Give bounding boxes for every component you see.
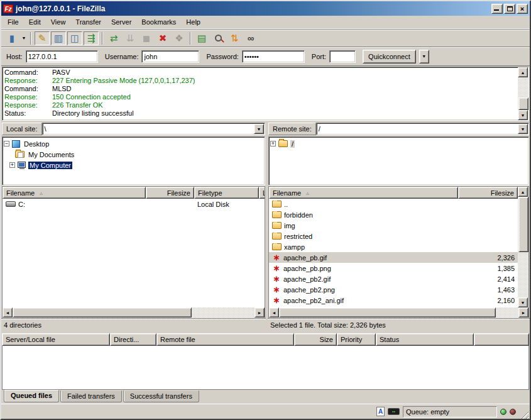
tree-item-root[interactable]: + / <box>270 138 527 149</box>
disconnect-icon[interactable]: ✖ <box>155 31 170 45</box>
remote-site-dropdown-icon[interactable]: ▼ <box>518 124 528 134</box>
local-status-bar: 4 directories <box>1 318 266 331</box>
file-row[interactable]: ∗apache_pb2.gif 2,414 <box>269 274 518 284</box>
file-row[interactable]: restricted <box>269 231 518 241</box>
tab-successful-transfers[interactable]: Successful transfers <box>123 390 199 402</box>
file-row[interactable]: xampp <box>269 241 518 252</box>
column-header-filetype[interactable]: Filetype <box>194 187 259 199</box>
speed-limit-icon[interactable]: ▪▪ <box>388 408 400 415</box>
local-site-dropdown-icon[interactable]: ▼ <box>254 124 264 134</box>
column-header-status[interactable]: Status <box>376 333 474 346</box>
tree-item-desktop[interactable]: − Desktop <box>4 138 263 149</box>
menu-edit[interactable]: Edit <box>24 17 46 27</box>
menu-help[interactable]: Help <box>181 17 205 27</box>
scroll-right-icon[interactable]: ► <box>518 307 528 318</box>
tab-failed-transfers[interactable]: Failed transfers <box>60 390 122 402</box>
minimize-button[interactable] <box>491 4 503 14</box>
file-name: apache_pb.png <box>283 265 331 272</box>
toggle-queue-icon[interactable]: ⇶ <box>84 31 99 45</box>
synchronized-browsing-icon[interactable]: ⇅ <box>227 31 242 45</box>
host-input[interactable] <box>26 50 98 63</box>
site-manager-dropdown-icon[interactable]: ▼ <box>20 31 28 45</box>
local-list-header: Filename▵ Filesize Filetype L <box>3 187 265 199</box>
collapse-icon[interactable]: − <box>4 141 9 146</box>
file-row[interactable]: forbidden <box>269 209 518 220</box>
remote-hscrollbar[interactable]: ◄ ► <box>268 307 529 318</box>
local-hscrollbar[interactable]: ◄ ► <box>2 307 265 318</box>
menu-transfer[interactable]: Transfer <box>70 17 106 27</box>
menu-file[interactable]: File <box>3 17 24 27</box>
remote-tree: + / <box>268 136 529 185</box>
find-files-icon[interactable]: ∞ <box>243 31 258 45</box>
process-queue-icon[interactable]: ⇊ <box>123 31 138 45</box>
expand-icon[interactable]: + <box>270 141 276 146</box>
scroll-left-icon[interactable]: ◄ <box>269 307 279 318</box>
resize-grip[interactable] <box>519 409 528 419</box>
column-header-remote-file[interactable]: Remote file <box>156 333 294 346</box>
column-header-filename[interactable]: Filename▵ <box>269 187 458 199</box>
menu-bookmarks[interactable]: Bookmarks <box>136 17 181 27</box>
expand-icon[interactable]: + <box>9 162 15 168</box>
column-header-direction[interactable]: Directi... <box>110 333 156 346</box>
local-site-combo[interactable]: \ ▼ <box>42 123 265 135</box>
file-row-selected[interactable]: ∗apache_pb.gif 2,326 <box>269 252 518 263</box>
remote-site-combo[interactable]: / ▼ <box>316 123 529 135</box>
menu-server[interactable]: Server <box>106 17 136 27</box>
scroll-left-icon[interactable]: ◄ <box>3 307 13 318</box>
maximize-button[interactable] <box>504 4 515 14</box>
tree-item-my-documents[interactable]: My Documents <box>4 149 263 160</box>
column-header-size[interactable]: Size <box>294 333 337 346</box>
remote-vscrollbar[interactable]: ▲ ▼ <box>518 187 528 307</box>
app-icon: Fz <box>3 4 13 13</box>
toggle-log-icon[interactable]: ✎ <box>35 31 50 45</box>
file-row[interactable]: img <box>269 220 518 231</box>
column-header-last-modified[interactable]: L <box>259 187 265 199</box>
remote-hscrollbar-thumb[interactable] <box>279 307 496 318</box>
send-indicator-icon <box>510 409 516 415</box>
column-header-priority[interactable]: Priority <box>337 333 376 346</box>
reconnect-icon[interactable]: ❖ <box>172 31 187 45</box>
filter-icon[interactable] <box>211 31 226 45</box>
transfer-type-icon[interactable]: A <box>376 407 385 416</box>
tree-item-my-computer[interactable]: + My Computer <box>4 160 263 170</box>
password-input[interactable] <box>242 50 305 63</box>
toggle-local-tree-icon[interactable]: ▥ <box>51 31 66 45</box>
quickconnect-button[interactable]: Quickconnect <box>363 50 416 64</box>
remote-vscrollbar-thumb[interactable] <box>518 197 528 252</box>
file-row-c-drive[interactable]: C: Local Disk <box>3 199 265 209</box>
queue-list[interactable] <box>2 346 529 390</box>
column-header-filesize[interactable]: Filesize <box>146 187 194 199</box>
host-label: Host: <box>6 53 23 60</box>
column-header-filename[interactable]: Filename▵ <box>3 187 146 199</box>
scroll-up-icon[interactable]: ▲ <box>518 187 528 197</box>
cancel-icon[interactable]: ◼ <box>139 31 154 45</box>
directory-comparison-icon[interactable]: ▤ <box>194 31 209 45</box>
file-row[interactable]: ∗apache_pb2_ani.gif 2,160 <box>269 295 518 306</box>
column-header-server-local-file[interactable]: Server/Local file <box>2 333 110 346</box>
file-row[interactable]: ∗apache_pb.png 1,385 <box>269 263 518 274</box>
log-scrollbar[interactable]: ▲ ▼ <box>518 67 528 120</box>
username-input[interactable] <box>141 50 199 63</box>
close-icon: × <box>520 5 524 13</box>
file-row[interactable]: ∗apache_pb2.png 1,463 <box>269 284 518 295</box>
menu-view[interactable]: View <box>46 17 71 27</box>
port-input[interactable] <box>329 50 356 63</box>
close-button[interactable]: × <box>517 4 528 14</box>
toggle-remote-tree-icon[interactable]: ◫ <box>67 31 82 45</box>
window-title: john@127.0.0.1 - FileZilla <box>16 4 491 13</box>
scroll-right-icon[interactable]: ► <box>255 307 265 318</box>
scroll-down-icon[interactable]: ▼ <box>518 110 528 120</box>
file-name: apache_pb.gif <box>283 254 327 262</box>
quickconnect-dropdown-icon[interactable]: ▼ <box>419 50 429 64</box>
scroll-down-icon[interactable]: ▼ <box>518 297 528 307</box>
scroll-up-icon[interactable]: ▲ <box>518 67 528 77</box>
tab-queued-files[interactable]: Queued files <box>4 390 59 402</box>
image-file-icon: ∗ <box>272 254 281 261</box>
computer-icon <box>18 162 26 168</box>
column-header-filesize[interactable]: Filesize <box>458 187 518 199</box>
site-manager-icon[interactable]: ▮ <box>4 31 19 45</box>
file-row[interactable]: .. <box>269 199 518 209</box>
log-scrollbar-thumb[interactable] <box>518 97 528 110</box>
refresh-icon[interactable]: ⇄ <box>106 31 121 45</box>
local-hscrollbar-thumb[interactable] <box>13 307 192 318</box>
